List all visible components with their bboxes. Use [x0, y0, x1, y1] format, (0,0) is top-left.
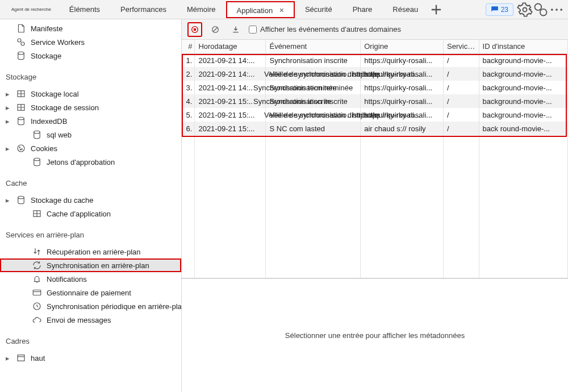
svg-point-14 — [19, 147, 20, 148]
sidebar-item-payment-handler[interactable]: Gestionnaire de paiement — [0, 286, 181, 299]
sidebar-item-trust-tokens[interactable]: Jetons d'approbation — [0, 155, 181, 169]
svg-point-7 — [21, 42, 24, 45]
table-row[interactable]: 2.2021-09-21 14:...Veille de synchronisa… — [182, 67, 568, 81]
group-bg-services: Services en arrière-plan — [0, 225, 181, 243]
table-row[interactable]: 4.2021-09-21 15:..Synchronisation inscri… — [182, 94, 568, 108]
sidebar-item-label: Synchronisation périodique en arrière-pl… — [47, 302, 182, 311]
cell-instance-id: back round-movie-... — [479, 122, 567, 135]
table-row[interactable]: 6.2021-09-21 15:...S NC com lastedair ch… — [182, 122, 568, 135]
record-button[interactable] — [187, 22, 202, 37]
gear-icon[interactable] — [517, 2, 533, 18]
svg-point-2 — [540, 9, 547, 15]
svg-point-18 — [18, 196, 24, 199]
sidebar-item-local-storage[interactable]: ▸ Stockage local — [0, 87, 181, 101]
svg-point-15 — [22, 149, 23, 150]
sidebar-item-notifications[interactable]: Notifications — [0, 272, 181, 286]
tab-application[interactable]: Application × — [226, 1, 295, 18]
col-num[interactable]: # — [182, 40, 195, 53]
cell-instance-id: background-movie-... — [479, 81, 567, 94]
more-icon[interactable] — [549, 2, 565, 18]
cell-instance-id: background-movie-... — [479, 53, 567, 67]
col-origin[interactable]: Origine — [361, 40, 444, 53]
cell-sw-scope: / — [444, 67, 479, 81]
sidebar-item-label: Stockage local — [31, 90, 79, 98]
application-content: Afficher les événements d'autres domaine… — [182, 19, 568, 392]
sidebar-item-bg-sync[interactable]: Synchronisation en arrière-plan — [0, 258, 181, 272]
sidebar-item-cookies[interactable]: ▸ Cookies — [0, 141, 181, 155]
cell-timestamp: 2021-09-21 15:... — [195, 108, 266, 122]
issues-chip[interactable]: 23 — [486, 3, 513, 16]
cell-origin: https://quirky-rosali... — [361, 81, 444, 94]
sidebar-item-label: Manifeste — [31, 24, 62, 33]
sync-icon — [32, 260, 42, 270]
sidebar-item-frame-top[interactable]: ▸ haut — [0, 351, 181, 365]
col-timestamp[interactable]: Horodatage — [195, 40, 266, 53]
tab-security[interactable]: Sécurité — [295, 1, 343, 18]
sidebar-item-application-cache[interactable]: Cache d'application — [0, 207, 181, 220]
cell-origin: https://quirky-rosali... — [361, 108, 444, 122]
database-icon — [16, 51, 26, 61]
download-button[interactable] — [228, 22, 243, 37]
svg-point-11 — [18, 117, 24, 120]
sidebar-item-label: IndexedDB — [31, 117, 67, 126]
devtools-tabbar: Agent de recherche Éléments Performances… — [0, 0, 568, 19]
tab-lighthouse[interactable]: Phare — [343, 1, 383, 18]
cell-timestamp: 2021-09-21 15:.. — [195, 94, 266, 108]
sidebar-item-indexeddb[interactable]: ▸ IndexedDB — [0, 114, 181, 128]
svg-point-16 — [20, 149, 22, 151]
cell-num: 2. — [182, 67, 195, 81]
sidebar-item-label: sql web — [47, 131, 72, 139]
table-row[interactable]: 3.2021-09-21 14:..Synchronisation termin… — [182, 81, 568, 94]
sidebar-item-periodic-sync[interactable]: Synchronisation périodique en arrière-pl… — [0, 299, 181, 313]
application-sidebar[interactable]: Manifeste Service Workers Stockage Stock… — [0, 19, 182, 392]
sidebar-item-label: Stockage du cache — [31, 196, 94, 205]
sidebar-item-label: Synchronisation en arrière-plan — [47, 261, 149, 270]
svg-point-0 — [523, 7, 527, 11]
grid-icon — [16, 89, 26, 99]
cell-origin: https://quirky-rosali... — [361, 67, 444, 81]
sidebar-item-label: Cache d'application — [47, 210, 111, 218]
sidebar-item-service-workers[interactable]: Service Workers — [0, 35, 181, 49]
svg-point-8 — [18, 52, 24, 55]
sidebar-item-websql[interactable]: sql web — [0, 128, 181, 141]
chevron-right-icon: ▸ — [6, 90, 11, 98]
database-icon — [16, 195, 26, 205]
chevron-right-icon: ▸ — [6, 117, 11, 126]
cell-event: Synchronisation inscrite — [266, 53, 361, 67]
experiments-icon[interactable] — [533, 2, 549, 18]
cell-num: 5. — [182, 108, 195, 122]
table-row[interactable]: 1.2021-09-21 14:...Synchronisation inscr… — [182, 53, 568, 67]
tab-memory[interactable]: Mémoire — [177, 1, 226, 18]
sidebar-item-session-storage[interactable]: ▸ Stockage de session — [0, 101, 181, 114]
cell-timestamp: 2021-09-21 14:... — [195, 67, 266, 81]
checkbox-input[interactable] — [249, 26, 257, 34]
sidebar-item-label: Gestionnaire de paiement — [47, 289, 131, 297]
clear-button[interactable] — [208, 22, 223, 37]
tab-inspect[interactable]: Agent de recherche — [3, 1, 59, 18]
col-event[interactable]: Événement — [266, 40, 361, 53]
tab-elements[interactable]: Éléments — [59, 1, 110, 18]
more-tabs-plus-icon[interactable] — [428, 2, 444, 18]
sidebar-item-cache-storage[interactable]: ▸ Stockage du cache — [0, 193, 181, 207]
sidebar-item-push[interactable]: Envoi de messages — [0, 313, 181, 327]
tab-network[interactable]: Réseau — [382, 1, 428, 18]
sidebar-item-storage[interactable]: Stockage — [0, 49, 181, 62]
tab-performance[interactable]: Performances — [110, 1, 177, 18]
cell-sw-scope: / — [444, 53, 479, 67]
sidebar-item-label: haut — [31, 354, 45, 362]
sidebar-item-manifest[interactable]: Manifeste — [0, 22, 181, 35]
cell-num: 4. — [182, 94, 195, 108]
cell-origin: https://quirky-rosali... — [361, 94, 444, 108]
col-instance-id[interactable]: ID d'instance — [479, 40, 567, 53]
cell-origin: air chaud s:// rosily — [361, 122, 444, 135]
cell-timestamp: 2021-09-21 14:.. — [195, 81, 266, 94]
grid-icon — [32, 208, 42, 219]
table-row[interactable]: 5.2021-09-21 15:...Veille de synchronisa… — [182, 108, 568, 122]
events-table[interactable]: # Horodatage Événement Origine Service. … — [182, 40, 568, 278]
cell-sw-scope: / — [444, 122, 479, 135]
sidebar-item-bg-fetch[interactable]: Récupération en arrière-plan — [0, 245, 181, 258]
close-icon[interactable]: × — [279, 6, 284, 15]
col-sw-scope[interactable]: Service. .. — [444, 40, 479, 53]
show-other-domains-checkbox[interactable]: Afficher les événements d'autres domaine… — [249, 25, 401, 34]
svg-point-1 — [535, 3, 542, 10]
